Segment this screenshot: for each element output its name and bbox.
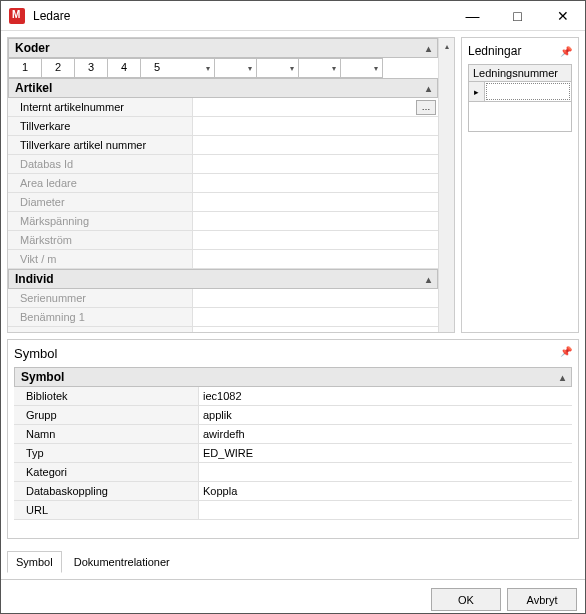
symbol-title: Symbol (14, 346, 57, 361)
artikel-value[interactable] (193, 231, 438, 249)
bottom-tabs: Symbol Dokumentrelationer (7, 545, 579, 579)
symbol-value[interactable]: ED_WIRE (199, 444, 572, 462)
cancel-button[interactable]: Avbryt (507, 588, 577, 611)
scroll-up-icon[interactable]: ▴ (439, 38, 454, 54)
artikel-value[interactable] (193, 117, 438, 135)
koder-tab-4[interactable]: 4 (107, 58, 141, 77)
koder-tabs: 1 2 3 4 5 (8, 58, 173, 78)
individ-row[interactable]: Benämning 1 (8, 308, 438, 327)
tab-symbol[interactable]: Symbol (7, 551, 62, 573)
individ-value[interactable] (193, 308, 438, 326)
koder-tab-3[interactable]: 3 (74, 58, 108, 77)
artikel-row[interactable]: Vikt / m (8, 250, 438, 269)
chevron-down-icon: ▾ (248, 64, 252, 73)
symbol-row[interactable]: Kategori (14, 463, 572, 482)
artikel-label: Märkspänning (8, 212, 193, 230)
chevron-down-icon: ▾ (290, 64, 294, 73)
artikel-value[interactable] (193, 174, 438, 192)
maximize-button[interactable]: □ (495, 1, 540, 30)
symbol-label: Typ (14, 444, 199, 462)
pin-icon[interactable]: 📌 (560, 346, 572, 361)
ledningar-column-header[interactable]: Ledningsnummer (468, 64, 572, 82)
symbol-grid-header[interactable]: Symbol ▴ (14, 367, 572, 387)
individ-row[interactable]: Benämning 2 (8, 327, 438, 332)
symbol-value[interactable]: applik (199, 406, 572, 424)
symbol-label: Bibliotek (14, 387, 199, 405)
pin-icon[interactable]: 📌 (560, 46, 572, 57)
koder-dropdown-3[interactable]: ▾ (257, 58, 299, 78)
symbol-value[interactable] (199, 463, 572, 481)
ledningar-row[interactable]: ▸ (468, 82, 572, 102)
collapse-icon[interactable]: ▴ (426, 274, 431, 285)
koder-dropdown-4[interactable]: ▾ (299, 58, 341, 78)
artikel-row[interactable]: Internt artikelnummer… (8, 98, 438, 117)
minimize-button[interactable]: — (450, 1, 495, 30)
artikel-row[interactable]: Tillverkare artikel nummer (8, 136, 438, 155)
artikel-value[interactable] (193, 136, 438, 154)
individ-value[interactable] (193, 327, 438, 332)
close-button[interactable]: ✕ (540, 1, 585, 30)
window-title: Ledare (33, 9, 450, 23)
symbol-pane: Symbol 📌 Symbol ▴ Bibliotekiec1082Gruppa… (7, 339, 579, 539)
ledningar-pane: Ledningar 📌 Ledningsnummer ▸ (461, 37, 579, 333)
artikel-row[interactable]: Diameter (8, 193, 438, 212)
row-selector-icon[interactable]: ▸ (469, 82, 485, 101)
artikel-row[interactable]: Märkström (8, 231, 438, 250)
artikel-row[interactable]: Tillverkare (8, 117, 438, 136)
artikel-label: Diameter (8, 193, 193, 211)
koder-tab-1[interactable]: 1 (8, 58, 42, 77)
individ-row[interactable]: Serienummer (8, 289, 438, 308)
symbol-value[interactable] (199, 501, 572, 519)
symbol-grid-header-label: Symbol (21, 370, 64, 384)
artikel-value[interactable] (193, 155, 438, 173)
collapse-icon[interactable]: ▴ (560, 372, 565, 383)
vertical-scrollbar[interactable]: ▴ (438, 38, 454, 332)
chevron-down-icon: ▾ (206, 64, 210, 73)
symbol-row[interactable]: URL (14, 501, 572, 520)
artikel-label: Tillverkare (8, 117, 193, 135)
koder-header[interactable]: Koder ▴ (8, 38, 438, 58)
artikel-value[interactable] (193, 193, 438, 211)
collapse-icon[interactable]: ▴ (426, 83, 431, 94)
titlebar: Ledare — □ ✕ (1, 1, 585, 31)
individ-label: Benämning 2 (8, 327, 193, 332)
properties-pane: Koder ▴ 1 2 3 4 5 ▾ ▾ ▾ ▾ ▾ (7, 37, 455, 333)
individ-header-label: Individ (15, 272, 54, 286)
individ-header[interactable]: Individ ▴ (8, 269, 438, 289)
artikel-value[interactable] (193, 212, 438, 230)
chevron-down-icon: ▾ (332, 64, 336, 73)
artikel-value[interactable]: … (193, 98, 438, 116)
artikel-value[interactable] (193, 250, 438, 268)
koder-header-label: Koder (15, 41, 50, 55)
koder-dropdown-1[interactable]: ▾ (173, 58, 215, 78)
koder-tab-5[interactable]: 5 (140, 58, 174, 77)
artikel-label: Tillverkare artikel nummer (8, 136, 193, 154)
koder-tab-2[interactable]: 2 (41, 58, 75, 77)
koder-dropdown-5[interactable]: ▾ (341, 58, 383, 78)
symbol-row[interactable]: Gruppapplik (14, 406, 572, 425)
symbol-value[interactable]: Koppla (199, 482, 572, 500)
artikel-label: Area ledare (8, 174, 193, 192)
symbol-row[interactable]: Bibliotekiec1082 (14, 387, 572, 406)
symbol-value[interactable]: iec1082 (199, 387, 572, 405)
ellipsis-button[interactable]: … (416, 100, 436, 115)
ledningsnummer-cell[interactable] (486, 83, 570, 100)
artikel-row[interactable]: Area ledare (8, 174, 438, 193)
artikel-row[interactable]: Märkspänning (8, 212, 438, 231)
artikel-header[interactable]: Artikel ▴ (8, 78, 438, 98)
koder-dropdown-2[interactable]: ▾ (215, 58, 257, 78)
ok-button[interactable]: OK (431, 588, 501, 611)
artikel-row[interactable]: Databas Id (8, 155, 438, 174)
individ-value[interactable] (193, 289, 438, 307)
artikel-label: Internt artikelnummer (8, 98, 193, 116)
symbol-row[interactable]: TypED_WIRE (14, 444, 572, 463)
symbol-row[interactable]: DatabaskopplingKoppla (14, 482, 572, 501)
symbol-label: URL (14, 501, 199, 519)
symbol-row[interactable]: Namnawirdefh (14, 425, 572, 444)
chevron-down-icon: ▾ (374, 64, 378, 73)
symbol-value[interactable]: awirdefh (199, 425, 572, 443)
footer: OK Avbryt (1, 579, 585, 614)
tab-dokumentrelationer[interactable]: Dokumentrelationer (65, 551, 179, 573)
app-icon (9, 8, 25, 24)
collapse-icon[interactable]: ▴ (426, 43, 431, 54)
